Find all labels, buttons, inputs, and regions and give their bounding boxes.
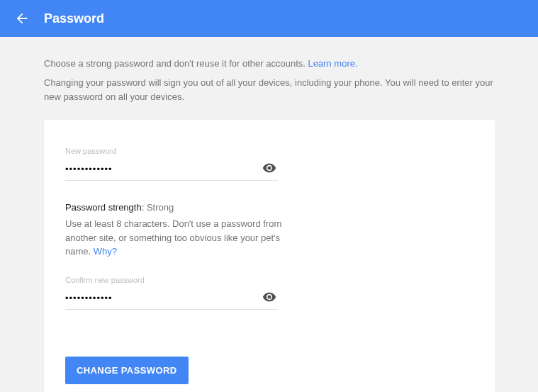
toggle-visibility-confirm-button[interactable] [261, 289, 278, 308]
strength-value: Strong [147, 202, 174, 213]
intro-text: Choose a strong password and don't reuse… [44, 57, 495, 104]
back-arrow-icon[interactable] [14, 11, 30, 26]
confirm-password-input[interactable] [65, 290, 261, 306]
intro-line2: Changing your password will sign you out… [44, 76, 495, 104]
page-header: Password [0, 0, 538, 37]
new-password-label: New password [65, 147, 278, 155]
eye-icon [262, 290, 276, 306]
content-area: Choose a strong password and don't reuse… [0, 37, 538, 392]
new-password-field: New password [65, 147, 278, 181]
learn-more-link[interactable]: Learn more. [308, 58, 357, 69]
confirm-password-label: Confirm new password [65, 276, 278, 284]
strength-label: Password strength: [65, 202, 147, 213]
change-password-button[interactable]: CHANGE PASSWORD [65, 357, 189, 384]
intro-line1: Choose a strong password and don't reuse… [44, 58, 308, 69]
password-strength-section: Password strength: Strong Use at least 8… [65, 202, 306, 259]
password-card: New password Password strength: Strong U… [44, 120, 495, 392]
why-link[interactable]: Why? [94, 246, 117, 257]
confirm-password-field: Confirm new password [65, 276, 278, 310]
toggle-visibility-new-button[interactable] [261, 159, 278, 179]
page-title: Password [44, 11, 104, 26]
new-password-input[interactable] [65, 161, 261, 177]
eye-icon [262, 161, 276, 177]
